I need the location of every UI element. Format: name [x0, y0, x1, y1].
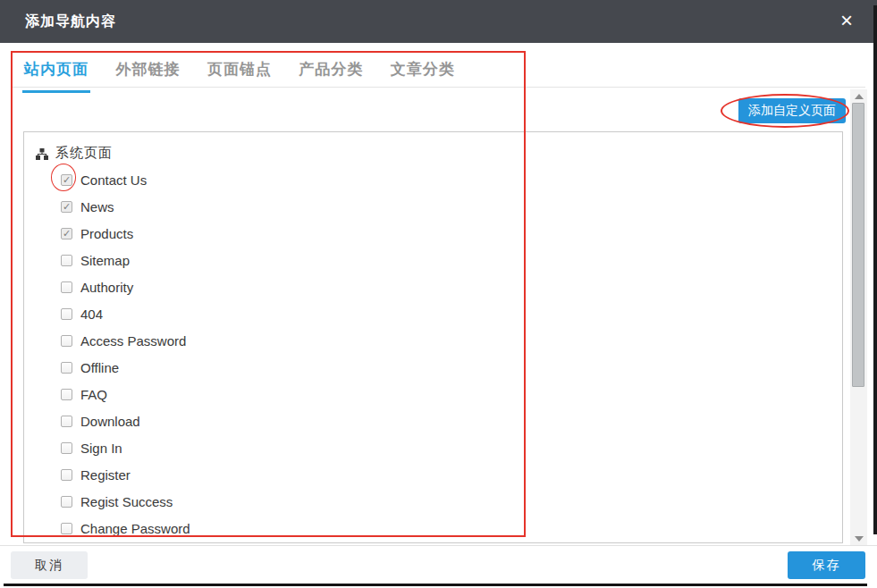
checkbox-unchecked-icon[interactable]: [61, 389, 72, 400]
checkbox-unchecked-icon[interactable]: [61, 469, 72, 481]
tree-item-label: News: [80, 199, 114, 214]
tree-item[interactable]: Download: [61, 407, 842, 434]
checkbox-unchecked-icon[interactable]: [61, 523, 72, 534]
checkbox-unchecked-icon[interactable]: [61, 362, 72, 374]
tree-root-system-pages[interactable]: 系统页面: [36, 139, 842, 166]
tree-item[interactable]: Register: [61, 461, 842, 488]
pages-tree-panel: 系统页面 ✓Contact Us✓News✓ProductsSitemapAut…: [23, 131, 843, 543]
scroll-down-arrow-icon[interactable]: [850, 532, 867, 546]
page-edge-right: [873, 5, 877, 534]
tree-item-label: FAQ: [80, 387, 107, 402]
tree-item[interactable]: ✓Contact Us: [61, 166, 842, 193]
checkbox-unchecked-icon[interactable]: [61, 308, 72, 320]
tree-item-label: Contact Us: [80, 172, 147, 188]
checkbox-checked-icon[interactable]: ✓: [61, 228, 72, 239]
tab-site-pages[interactable]: 站内页面: [22, 59, 90, 93]
tree-item-label: Download: [80, 414, 140, 429]
footer-divider: [0, 545, 877, 546]
scroll-up-arrow-icon[interactable]: [850, 89, 867, 104]
add-custom-page-button[interactable]: 添加自定义页面: [738, 98, 846, 123]
tree-item-label: Sitemap: [80, 253, 130, 268]
tab-bar: 站内页面 外部链接 页面锚点 产品分类 文章分类: [22, 59, 476, 93]
system-pages-list: ✓Contact Us✓News✓ProductsSitemapAuthorit…: [61, 166, 842, 542]
checkbox-checked-icon[interactable]: ✓: [61, 201, 72, 213]
tree-item-label: Authority: [80, 280, 133, 295]
tree-item-label: Access Password: [80, 333, 186, 349]
tree-item-label: Sign In: [80, 441, 122, 456]
tab-product-categories[interactable]: 产品分类: [297, 59, 365, 90]
tree-item[interactable]: Change Password: [61, 515, 842, 542]
save-button[interactable]: 保存: [788, 551, 865, 579]
tab-page-anchors[interactable]: 页面锚点: [206, 59, 274, 90]
tree-item[interactable]: ✓Products: [61, 220, 842, 247]
checkbox-checked-icon[interactable]: ✓: [61, 174, 72, 186]
tree-item[interactable]: 404: [61, 300, 842, 327]
tree-item[interactable]: ✓News: [61, 193, 842, 220]
checkbox-unchecked-icon[interactable]: [61, 496, 72, 508]
tree-item[interactable]: Regist Success: [61, 488, 842, 515]
tab-external-links[interactable]: 外部链接: [114, 59, 181, 90]
close-icon[interactable]: ×: [834, 9, 859, 34]
sitemap-icon: [36, 147, 48, 159]
tree-item-label: Offline: [80, 360, 119, 375]
tree-item-label: Change Password: [80, 521, 190, 536]
dialog-header: 添加导航内容 ×: [0, 0, 877, 43]
tree-root-label: 系统页面: [55, 145, 113, 162]
tree-item[interactable]: Sitemap: [61, 247, 842, 273]
tab-article-categories[interactable]: 文章分类: [389, 59, 457, 90]
page-edge-bottom: [4, 584, 867, 586]
cancel-button[interactable]: 取消: [11, 551, 88, 579]
dialog-title: 添加导航内容: [25, 0, 116, 43]
tree-item[interactable]: Access Password: [61, 327, 842, 354]
tree-item-label: 404: [80, 307, 103, 322]
checkbox-unchecked-icon[interactable]: [61, 281, 72, 293]
tree-item-label: Regist Success: [80, 494, 173, 509]
checkbox-unchecked-icon[interactable]: [61, 416, 72, 427]
checkbox-unchecked-icon[interactable]: [61, 442, 72, 454]
vertical-scrollbar[interactable]: [850, 89, 867, 546]
tree-item[interactable]: Authority: [61, 273, 842, 300]
tree-item[interactable]: Sign In: [61, 434, 842, 461]
scrollbar-thumb[interactable]: [852, 103, 864, 387]
tree-item-label: Register: [80, 467, 131, 483]
tree-item[interactable]: Offline: [61, 354, 842, 381]
tree-item[interactable]: FAQ: [61, 381, 842, 407]
tree-item-label: Products: [80, 226, 133, 241]
checkbox-unchecked-icon[interactable]: [61, 335, 72, 347]
add-navigation-dialog: 添加导航内容 × 站内页面 外部链接 页面锚点 产品分类 文章分类 添加自定义页…: [0, 0, 877, 588]
checkbox-unchecked-icon[interactable]: [61, 255, 72, 266]
